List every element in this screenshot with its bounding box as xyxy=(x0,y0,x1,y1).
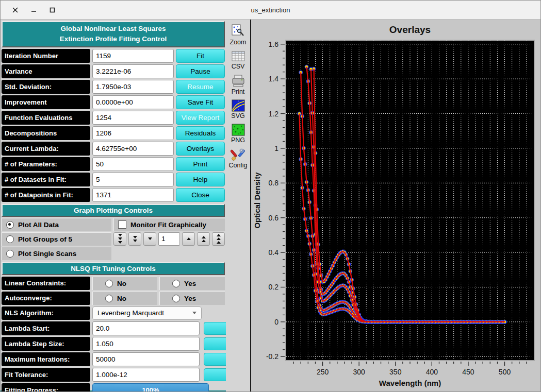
radio-icon xyxy=(172,280,180,287)
svg-text:300: 300 xyxy=(353,368,365,376)
banner-line2: Extinction Profile Fitting Control xyxy=(3,34,224,44)
overlays-plot[interactable]: 250300350400450500-0.200.20.40.60.811.21… xyxy=(251,20,540,392)
csv-icon xyxy=(231,50,245,62)
autoconverge-no[interactable]: No xyxy=(92,292,157,305)
svg-text:1.4: 1.4 xyxy=(269,75,279,83)
radio-plot-groups-label: Plot Groups of 5 xyxy=(18,235,72,243)
overlays-button[interactable]: Overlays xyxy=(176,142,225,156)
lambda-start-button[interactable] xyxy=(204,322,228,335)
svg-text:500: 500 xyxy=(499,368,511,376)
svg-tool[interactable]: SVG xyxy=(231,99,244,120)
num-datapoints-field[interactable] xyxy=(92,188,174,202)
fit-tolerance-label: Fit Tolerance: xyxy=(2,368,90,382)
iteration-number-field[interactable] xyxy=(92,49,174,63)
max-iterations-button[interactable] xyxy=(204,353,228,366)
monitor-fit-checkbox[interactable]: Monitor Fit Graphically xyxy=(113,218,225,231)
lambda-start-field[interactable] xyxy=(92,321,200,335)
print-tool[interactable]: Print xyxy=(231,74,245,95)
print-button[interactable]: Print xyxy=(176,157,225,171)
max-iterations-field[interactable] xyxy=(92,352,200,366)
zoom-tool-label: Zoom xyxy=(230,39,247,46)
num-datasets-label: # of Datasets in Fit: xyxy=(2,173,90,186)
max-iterations-label: Maximum Iterations: xyxy=(2,352,90,366)
num-datasets-field[interactable] xyxy=(92,173,174,186)
lambda-step-button[interactable] xyxy=(204,337,228,350)
zoom-tool[interactable]: Zoom xyxy=(230,24,247,46)
counter-down-icon[interactable] xyxy=(143,232,156,246)
svg-text:400: 400 xyxy=(426,368,438,376)
counter-step-up-icon[interactable] xyxy=(197,232,210,246)
counter-step-down-icon[interactable] xyxy=(128,232,141,246)
counter-page-down-icon[interactable] xyxy=(113,232,126,246)
svg-text:Optical Density: Optical Density xyxy=(253,172,261,229)
improvement-field[interactable] xyxy=(92,95,174,109)
counter-up-icon[interactable] xyxy=(182,232,195,246)
lambda-start-label: Lambda Start: xyxy=(2,321,90,335)
close-button[interactable]: Close xyxy=(176,188,225,202)
config-icon xyxy=(231,148,245,161)
svg-text:250: 250 xyxy=(317,368,329,376)
residuals-button[interactable]: Residuals xyxy=(176,126,225,140)
config-tool[interactable]: Config xyxy=(228,148,247,169)
improvement-label: Improvement xyxy=(2,95,90,109)
decompositions-field[interactable] xyxy=(92,126,174,140)
decompositions-label: Decompositions xyxy=(2,126,90,140)
radio-icon xyxy=(172,295,180,302)
checkbox-icon xyxy=(118,220,126,229)
lambda-step-label: Lambda Step Size: xyxy=(2,337,90,351)
view-report-button: View Report xyxy=(176,111,225,125)
svg-text:0.4: 0.4 xyxy=(269,248,279,257)
num-parameters-label: # of Parameters: xyxy=(2,157,90,171)
nls-algorithm-dropdown[interactable]: Levenberg Marquardt xyxy=(92,306,202,320)
linear-constraints-no[interactable]: No xyxy=(92,277,157,290)
fitting-progress-label: Fitting Progress: xyxy=(2,383,90,392)
svg-text:0.6: 0.6 xyxy=(269,214,279,222)
radio-plot-all-data-label: Plot All Data xyxy=(18,221,59,229)
window-title: us_extinction xyxy=(1,6,540,14)
fitting-progress-bar: 100% xyxy=(92,383,209,392)
overlays-chart[interactable]: 250300350400450500-0.200.20.40.60.811.21… xyxy=(251,20,540,392)
nls-algorithm-label: NLS Algorithm: xyxy=(2,306,90,320)
radio-plot-single-scans[interactable]: Plot Single Scans xyxy=(2,247,111,260)
print-tool-label: Print xyxy=(232,88,245,95)
current-lambda-field[interactable] xyxy=(92,142,174,156)
zoom-icon xyxy=(231,24,245,38)
current-lambda-label: Current Lambda: xyxy=(2,142,90,156)
csv-tool-label: CSV xyxy=(232,63,245,70)
linear-constraints-label: Linear Constraints: xyxy=(2,277,90,290)
variance-field[interactable] xyxy=(92,64,174,78)
svg-text:0: 0 xyxy=(274,318,278,326)
monitor-fit-label: Monitor Fit Graphically xyxy=(130,221,206,229)
svg-text:450: 450 xyxy=(462,368,474,376)
counter-page-up-icon[interactable] xyxy=(212,232,225,246)
csv-tool[interactable]: CSV xyxy=(231,50,245,70)
save-fit-button[interactable]: Save Fit xyxy=(176,95,225,109)
variance-label: Variance xyxy=(2,64,90,78)
fit-tolerance-field[interactable] xyxy=(92,368,200,382)
autoconverge-label: Autoconverge: xyxy=(2,292,90,305)
function-evaluations-label: Function Evaluations xyxy=(2,111,90,125)
function-evaluations-field[interactable] xyxy=(92,111,174,125)
std-deviation-field[interactable] xyxy=(92,80,174,94)
option-no-label: No xyxy=(117,295,126,302)
fit-tolerance-button[interactable] xyxy=(204,368,228,381)
plot-toolbar: Zoom CSV Print xyxy=(226,20,251,392)
svg-text:Wavelength (nm): Wavelength (nm) xyxy=(379,379,441,387)
radio-plot-single-scans-label: Plot Single Scans xyxy=(18,250,76,258)
svg-text:-0.2: -0.2 xyxy=(266,352,278,361)
num-parameters-field[interactable] xyxy=(92,157,174,171)
radio-plot-all-data[interactable]: Plot All Data xyxy=(2,218,111,231)
resume-button: Resume xyxy=(176,80,225,94)
std-deviation-label: Std. Deviation: xyxy=(2,80,90,94)
help-button[interactable]: Help xyxy=(176,173,225,186)
autoconverge-yes[interactable]: Yes xyxy=(159,292,225,305)
group-counter-field[interactable] xyxy=(158,232,180,246)
png-tool[interactable]: PNG xyxy=(231,124,245,144)
title-bar: us_extinction xyxy=(1,1,540,20)
png-icon xyxy=(232,124,245,136)
pause-button[interactable]: Pause xyxy=(176,64,225,78)
radio-plot-groups[interactable]: Plot Groups of 5 xyxy=(2,232,111,246)
linear-constraints-yes[interactable]: Yes xyxy=(159,277,225,290)
lambda-step-field[interactable] xyxy=(92,337,200,351)
fit-button[interactable]: Fit xyxy=(176,49,225,63)
